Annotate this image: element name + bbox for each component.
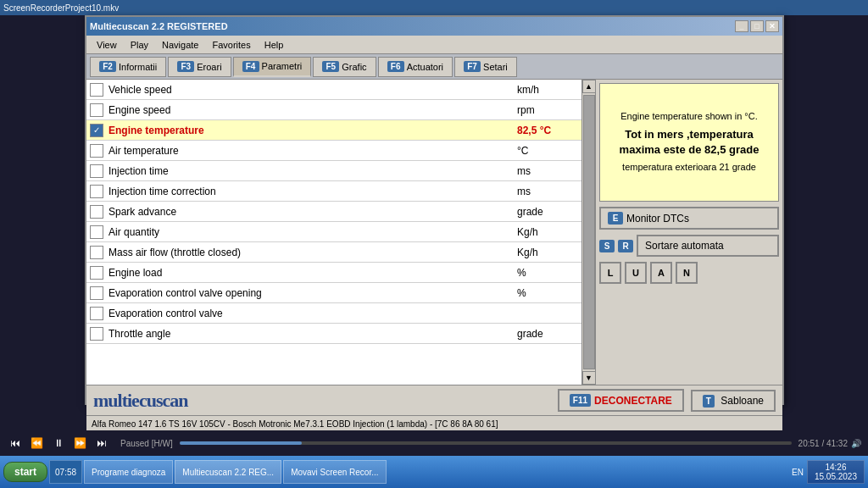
table-row[interactable]: Evaporation control valve opening% bbox=[86, 283, 581, 303]
param-name: Vehicle speed bbox=[108, 84, 510, 96]
window-titlebar: Multiecuscan 2.2 REGISTERED _ □ ✕ bbox=[86, 17, 782, 36]
param-checkbox[interactable] bbox=[90, 225, 103, 239]
tab-key-f4: F4 bbox=[242, 61, 259, 72]
param-checkbox[interactable] bbox=[90, 185, 103, 198]
tab-eroari[interactable]: F3 Eroari bbox=[168, 57, 231, 77]
scrollbar[interactable]: ▲ ▼ bbox=[581, 80, 595, 385]
clock-date: 15.05.2023 bbox=[815, 472, 857, 481]
menu-play[interactable]: Play bbox=[124, 38, 155, 52]
tab-key-f6: F6 bbox=[387, 61, 404, 72]
tab-informatii[interactable]: F2 Informatii bbox=[90, 57, 166, 77]
media-rewind-button[interactable]: ⏪ bbox=[27, 435, 47, 451]
taskbar-movavi-label: Movavi Screen Recor... bbox=[291, 468, 378, 477]
param-name: Evaporation control valve opening bbox=[108, 287, 510, 299]
minimize-button[interactable]: _ bbox=[735, 20, 748, 32]
letter-btn-u[interactable]: U bbox=[625, 262, 647, 284]
clock-time: 14:26 bbox=[825, 463, 846, 472]
media-pause-button[interactable]: ⏸ bbox=[50, 435, 67, 451]
table-row[interactable]: Air quantityKg/h bbox=[86, 222, 581, 242]
taskbar-lang: EN bbox=[792, 468, 804, 477]
info-panel: Engine temperature shown in °C. Tot in m… bbox=[596, 80, 782, 385]
letter-btn-a[interactable]: A bbox=[650, 262, 672, 284]
main-window: Multiecuscan 2.2 REGISTERED _ □ ✕ View P… bbox=[85, 15, 784, 405]
table-row[interactable]: Spark advancegrade bbox=[86, 202, 581, 222]
media-forward-button[interactable]: ⏩ bbox=[70, 435, 90, 451]
param-checkbox[interactable] bbox=[90, 144, 103, 158]
tab-actuatori[interactable]: F6 Actuatori bbox=[378, 57, 453, 77]
scroll-thumb[interactable] bbox=[583, 95, 595, 369]
param-panel: Vehicle speedkm/hEngine speedrpm✓Engine … bbox=[86, 80, 596, 385]
monitor-key: E bbox=[608, 212, 623, 225]
taskbar-multiecuscan[interactable]: Multiecuscan 2.2 REG... bbox=[175, 460, 281, 484]
menu-favorites[interactable]: Favorites bbox=[205, 38, 257, 52]
table-row[interactable]: Vehicle speedkm/h bbox=[86, 80, 581, 100]
param-name: Engine temperature bbox=[108, 125, 510, 136]
menu-navigate[interactable]: Navigate bbox=[155, 38, 205, 52]
content-area: Vehicle speedkm/hEngine speedrpm✓Engine … bbox=[86, 80, 782, 385]
table-row[interactable]: Injection time correctionms bbox=[86, 181, 581, 202]
table-row[interactable]: ✓Engine temperature82,5 °C bbox=[86, 120, 581, 141]
tab-label-grafic: Grafic bbox=[342, 62, 366, 72]
taskbar-movavi[interactable]: Movavi Screen Recor... bbox=[283, 460, 386, 484]
param-name: Throttle angle bbox=[108, 328, 510, 340]
table-row[interactable]: Throttle anglegrade bbox=[86, 324, 581, 344]
param-checkbox[interactable] bbox=[90, 164, 103, 178]
menu-help[interactable]: Help bbox=[258, 38, 291, 52]
param-checkbox[interactable] bbox=[90, 307, 103, 320]
param-value: 82,5 °C bbox=[510, 125, 578, 136]
window-controls: _ □ ✕ bbox=[735, 20, 779, 32]
sort-automata-button[interactable]: Sortare automata bbox=[637, 235, 779, 257]
table-row[interactable]: Engine speedrpm bbox=[86, 100, 581, 120]
table-row[interactable]: Evaporation control valve bbox=[86, 303, 581, 324]
param-checkbox[interactable] bbox=[90, 327, 103, 341]
media-progress-bar[interactable] bbox=[180, 441, 792, 445]
window-title: Multiecuscan 2.2 REGISTERED bbox=[90, 21, 228, 31]
param-table: Vehicle speedkm/hEngine speedrpm✓Engine … bbox=[86, 80, 581, 385]
param-value: % bbox=[510, 267, 578, 279]
media-status: Paused [H/W] bbox=[120, 439, 173, 448]
menu-view[interactable]: View bbox=[90, 38, 124, 52]
param-checkbox[interactable] bbox=[90, 286, 103, 300]
close-button[interactable]: ✕ bbox=[765, 20, 779, 32]
media-prev-button[interactable]: ⏮ bbox=[7, 435, 24, 451]
param-name: Injection time correction bbox=[108, 186, 510, 197]
temp-info-box: Engine temperature shown in °C. Tot in m… bbox=[599, 83, 779, 202]
param-checkbox[interactable] bbox=[90, 103, 103, 117]
tab-grafic[interactable]: F5 Grafic bbox=[313, 57, 376, 77]
taskbar-programe-label: Programe diagnoza bbox=[92, 468, 165, 477]
param-name: Mass air flow (throttle closed) bbox=[108, 247, 510, 258]
media-next-button[interactable]: ⏭ bbox=[93, 435, 110, 451]
param-name: Engine speed bbox=[108, 104, 510, 116]
param-value: ms bbox=[510, 186, 578, 197]
table-row[interactable]: Injection timems bbox=[86, 161, 581, 181]
deconnect-button[interactable]: F11 DECONECTARE bbox=[558, 389, 684, 412]
letter-btn-l[interactable]: L bbox=[599, 262, 621, 284]
param-name: Air temperature bbox=[108, 145, 510, 157]
letter-btn-n[interactable]: N bbox=[676, 262, 698, 284]
table-row[interactable]: Engine load% bbox=[86, 263, 581, 283]
param-value: °C bbox=[510, 145, 578, 157]
param-name: Engine load bbox=[108, 267, 510, 279]
bottom-bar: multiecuscan F11 DECONECTARE T Sabloane bbox=[86, 385, 782, 415]
scroll-down[interactable]: ▼ bbox=[582, 371, 596, 385]
param-value: Kg/h bbox=[510, 226, 578, 238]
maximize-button[interactable]: □ bbox=[750, 20, 764, 32]
start-button[interactable]: start bbox=[3, 462, 47, 482]
table-row[interactable]: Mass air flow (throttle closed)Kg/h bbox=[86, 242, 581, 263]
sabloane-key: T bbox=[703, 395, 715, 408]
sabloane-button[interactable]: T Sabloane bbox=[691, 390, 776, 412]
media-bar: ⏮ ⏪ ⏸ ⏩ ⏭ Paused [H/W] 20:51 / 41:32 🔊 bbox=[0, 430, 868, 456]
tab-setari[interactable]: F7 Setari bbox=[454, 57, 517, 77]
taskbar-programe[interactable]: Programe diagnoza bbox=[84, 460, 173, 484]
param-checkbox[interactable] bbox=[90, 83, 103, 97]
tab-parametri[interactable]: F4 Parametri bbox=[233, 57, 312, 77]
monitor-dtcs-button[interactable]: E Monitor DTCs bbox=[599, 207, 779, 230]
tab-label-actuatori: Actuatori bbox=[407, 62, 443, 72]
temp-info-title: Engine temperature shown in °C. bbox=[607, 110, 771, 123]
param-checkbox[interactable] bbox=[90, 266, 103, 280]
param-checkbox[interactable] bbox=[90, 205, 103, 219]
param-checkbox[interactable] bbox=[90, 246, 103, 259]
scroll-up[interactable]: ▲ bbox=[582, 80, 596, 93]
param-checkbox[interactable]: ✓ bbox=[90, 124, 103, 137]
table-row[interactable]: Air temperature°C bbox=[86, 141, 581, 161]
